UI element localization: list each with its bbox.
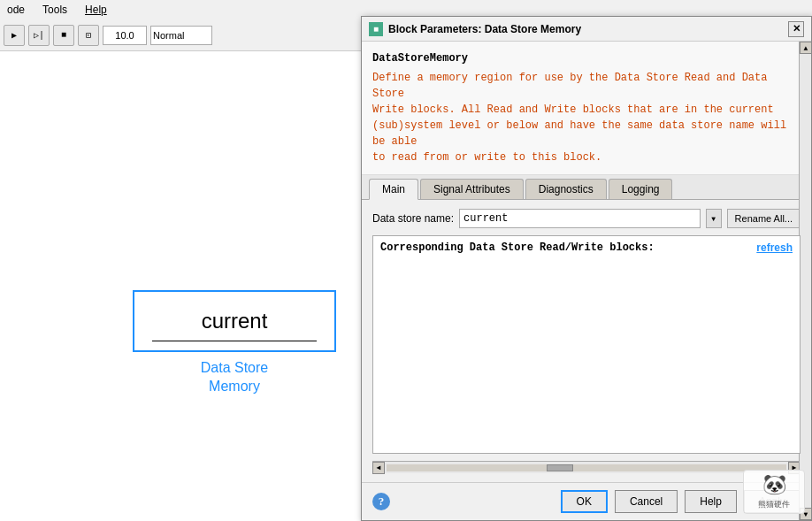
tab-logging[interactable]: Logging: [609, 179, 673, 199]
dsm-block[interactable]: current: [133, 290, 336, 352]
hscroll-left-btn[interactable]: ◀: [372, 462, 385, 474]
datastore-name-input[interactable]: [459, 209, 701, 228]
field-row-datastore: Data store name: ▼ Rename All...: [372, 209, 801, 228]
description-area: DataStoreMemory Define a memory region f…: [362, 42, 811, 175]
toolbar-speed-input[interactable]: [103, 26, 147, 45]
help-icon-button[interactable]: ?: [372, 493, 390, 510]
toolbar-play-btn[interactable]: ▶: [4, 25, 25, 46]
dialog-content: Data store name: ▼ Rename All... Corresp…: [362, 200, 811, 482]
dialog-body: DataStoreMemory Define a memory region f…: [362, 42, 811, 520]
rw-blocks-box: Corresponding Data Store Read/Write bloc…: [372, 235, 801, 454]
block-params-dialog: ■ Block Parameters: Data Store Memory ✕ …: [361, 16, 812, 521]
description-body: Define a memory region for use by the Da…: [372, 70, 801, 165]
rw-header-text: Corresponding Data Store Read/Write bloc…: [380, 241, 655, 254]
dsm-block-text: current: [202, 309, 268, 333]
dialog-hscroll: ◀ ▶: [372, 461, 801, 473]
dsm-underline: [152, 341, 317, 341]
watermark: 🐼 熊猫硬件: [743, 470, 805, 514]
vscroll-track: [800, 54, 811, 508]
hscroll-thumb[interactable]: [547, 464, 573, 471]
watermark-text: 熊猫硬件: [758, 499, 790, 510]
rename-all-button[interactable]: Rename All...: [727, 209, 801, 228]
dialog-tabs: Main Signal Attributes Diagnostics Loggi…: [362, 175, 811, 200]
toolbar-stop-btn[interactable]: ■: [53, 25, 74, 46]
description-title: DataStoreMemory: [372, 50, 801, 66]
cancel-button[interactable]: Cancel: [615, 490, 678, 513]
menu-item-help[interactable]: Help: [81, 2, 111, 18]
panda-icon: 🐼: [762, 473, 786, 497]
dialog-close-button[interactable]: ✕: [788, 21, 804, 37]
menu-item-tools[interactable]: Tools: [39, 2, 71, 18]
refresh-link[interactable]: refresh: [756, 241, 793, 254]
menubar: ode Tools Help: [0, 0, 363, 19]
toolbar-step-btn[interactable]: ▷|: [28, 25, 50, 46]
toolbar: ▶ ▷| ■ ⊡: [0, 19, 363, 51]
toolbar-scope-btn[interactable]: ⊡: [78, 25, 99, 46]
toolbar-mode-input[interactable]: [150, 26, 212, 45]
field-menu-button[interactable]: ▼: [706, 209, 722, 228]
dialog-titlebar: ■ Block Parameters: Data Store Memory ✕: [362, 17, 811, 42]
vscroll-up-btn[interactable]: ▲: [800, 42, 812, 54]
dialog-title-text: Block Parameters: Data Store Memory: [388, 23, 788, 35]
dialog-title-icon: ■: [369, 22, 383, 36]
tab-main[interactable]: Main: [369, 179, 418, 200]
dsm-label: Data StoreMemory: [133, 359, 336, 396]
ok-button[interactable]: OK: [561, 490, 608, 513]
rw-box-header: Corresponding Data Store Read/Write bloc…: [373, 236, 800, 259]
tab-diagnostics[interactable]: Diagnostics: [525, 179, 607, 199]
tab-signal-attributes[interactable]: Signal Attributes: [420, 179, 524, 199]
menu-item-mode[interactable]: ode: [4, 2, 28, 18]
help-button[interactable]: Help: [685, 490, 737, 513]
canvas-area: current Data StoreMemory: [0, 51, 363, 521]
hscroll-track: [387, 464, 786, 471]
field-label-datastore: Data store name:: [372, 212, 454, 225]
dialog-vscroll[interactable]: ▲ ▼: [799, 42, 811, 520]
